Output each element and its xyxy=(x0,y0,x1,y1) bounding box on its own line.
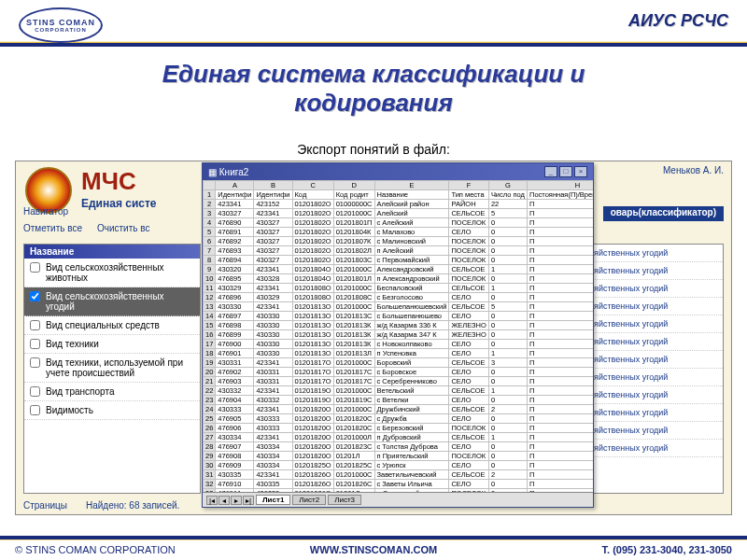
cell[interactable]: СЕЛЬСОЕ xyxy=(449,209,488,218)
row-header[interactable]: 15 xyxy=(204,321,216,330)
cell[interactable]: п Алейский xyxy=(374,246,449,256)
cell[interactable]: 423341 xyxy=(254,358,292,368)
list-item[interactable]: Видимость xyxy=(24,401,200,420)
list-item[interactable]: Вид сельскохозяйственных животных xyxy=(24,259,200,287)
cell[interactable]: 0 xyxy=(488,218,527,228)
cell[interactable]: ПОСЕЛОК xyxy=(449,246,488,256)
cell[interactable]: П xyxy=(527,470,593,480)
row-header[interactable]: 4 xyxy=(204,218,216,228)
cell[interactable]: п Успеновка xyxy=(374,349,449,358)
minimize-button[interactable]: _ xyxy=(544,166,557,177)
cell[interactable]: 430331 xyxy=(216,358,254,368)
cell[interactable]: ЖЕЛЕЗНО xyxy=(449,330,488,340)
cell[interactable]: СЕЛЬСОЕ xyxy=(449,470,488,480)
cell[interactable]: 0 xyxy=(488,312,527,321)
cell[interactable]: 01201000С xyxy=(333,265,374,274)
cell[interactable]: 01201813К xyxy=(333,340,374,349)
cell[interactable]: Александровский xyxy=(374,265,449,274)
cell[interactable]: 430333 xyxy=(254,424,292,433)
cell[interactable]: 01201802О xyxy=(292,246,333,256)
cell[interactable]: Число под xyxy=(488,190,527,200)
cell[interactable]: 476906 xyxy=(216,424,254,433)
row-header[interactable]: 10 xyxy=(204,274,216,284)
cell[interactable]: 476903 xyxy=(216,377,254,386)
maximize-button[interactable]: □ xyxy=(559,166,572,177)
cell[interactable]: 01201820О xyxy=(292,442,333,452)
cell[interactable]: 1 xyxy=(488,386,527,396)
cell[interactable]: 01201820С xyxy=(333,424,374,433)
cell[interactable]: СЕЛО xyxy=(449,228,488,237)
cell[interactable]: 430327 xyxy=(254,237,292,246)
cell[interactable]: 01201820О xyxy=(292,414,333,424)
cell[interactable]: 01201817О xyxy=(292,377,333,386)
cell[interactable]: Ветельский xyxy=(374,386,449,396)
cell[interactable]: СЕЛО xyxy=(449,340,488,349)
cell[interactable]: 476900 xyxy=(216,340,254,349)
cell[interactable]: П xyxy=(527,368,593,377)
cell[interactable]: 01201817С xyxy=(333,368,374,377)
column-header[interactable]: C xyxy=(292,181,333,190)
cell[interactable]: 0 xyxy=(488,461,527,470)
cell[interactable]: Тип места xyxy=(449,190,488,200)
cell[interactable]: 01201802О xyxy=(292,200,333,209)
row-header[interactable]: 6 xyxy=(204,237,216,246)
row-header[interactable]: 2 xyxy=(204,200,216,209)
cell[interactable]: 01201801Л xyxy=(333,274,374,284)
cell[interactable]: 430327 xyxy=(216,209,254,218)
cell[interactable]: 01201820О xyxy=(292,452,333,461)
cell[interactable]: СЕЛЬСОЕ xyxy=(449,386,488,396)
row-header[interactable]: 3 xyxy=(204,209,216,218)
cell[interactable]: 01201803С xyxy=(333,256,374,265)
cell[interactable]: 01201813К xyxy=(333,321,374,330)
cell[interactable]: 476893 xyxy=(216,246,254,256)
cell[interactable]: Дружбинский xyxy=(374,405,449,414)
navigator-link[interactable]: Навигатор xyxy=(23,206,68,221)
cell[interactable]: 430334 xyxy=(254,452,292,461)
excel-titlebar[interactable]: ▦ Книга2 _ □ × xyxy=(203,163,593,180)
cell[interactable]: 0 xyxy=(488,321,527,330)
cell[interactable]: 430329 xyxy=(254,293,292,302)
cell[interactable]: 01201000С xyxy=(333,358,374,368)
cell[interactable]: ПОСЕЛОК xyxy=(449,237,488,246)
cell[interactable]: 423341 xyxy=(254,405,292,414)
cell[interactable]: 01201826С xyxy=(333,480,374,489)
row-header[interactable]: 26 xyxy=(204,424,216,433)
row-header[interactable]: 20 xyxy=(204,368,216,377)
cell[interactable]: 01201000С xyxy=(333,284,374,293)
list-item-checkbox[interactable] xyxy=(30,291,40,301)
cell[interactable]: 01201826О xyxy=(292,480,333,489)
cell[interactable]: 01201000Л xyxy=(333,433,374,442)
cell[interactable]: 1 xyxy=(488,284,527,293)
row-header[interactable]: 25 xyxy=(204,414,216,424)
cell[interactable]: с Безголосово xyxy=(374,293,449,302)
tab-nav-next-icon[interactable]: ▸ xyxy=(231,496,242,505)
cell[interactable]: 01201000С xyxy=(333,470,374,480)
sheet-tab[interactable]: Лист3 xyxy=(328,495,361,505)
row-header[interactable]: 31 xyxy=(204,470,216,480)
excel-window[interactable]: ▦ Книга2 _ □ × ABCDEFGHIJ1ИдентифиИденти… xyxy=(202,162,594,508)
cell[interactable]: СЕЛО xyxy=(449,461,488,470)
cell[interactable]: СЕЛЬСОЕ xyxy=(449,265,488,274)
cell[interactable]: 476897 xyxy=(216,312,254,321)
list-item-checkbox[interactable] xyxy=(30,262,40,273)
cell[interactable]: 01201802Л xyxy=(333,246,374,256)
row-header[interactable]: 29 xyxy=(204,452,216,461)
cell[interactable]: 476891 xyxy=(216,228,254,237)
cell[interactable]: 01201813О xyxy=(292,340,333,349)
cell[interactable]: ж/д Казарма 347 К xyxy=(374,330,449,340)
cell[interactable]: с Урюпск xyxy=(374,461,449,470)
cell[interactable]: 0 xyxy=(488,293,527,302)
cell[interactable]: 423341 xyxy=(254,386,292,396)
cell[interactable]: с Боровское xyxy=(374,368,449,377)
cell[interactable]: 01201804О xyxy=(292,274,333,284)
list-item-checkbox[interactable] xyxy=(30,386,40,397)
cell[interactable]: 430332 xyxy=(216,386,254,396)
column-header[interactable]: D xyxy=(333,181,374,190)
cell[interactable]: 476907 xyxy=(216,442,254,452)
cell[interactable]: 0 xyxy=(488,340,527,349)
cell[interactable]: 01201813К xyxy=(333,330,374,340)
cell[interactable]: СЕЛО xyxy=(449,442,488,452)
cell[interactable]: 430335 xyxy=(216,470,254,480)
cell[interactable]: Алейский район xyxy=(374,200,449,209)
list-item-checkbox[interactable] xyxy=(30,357,40,368)
